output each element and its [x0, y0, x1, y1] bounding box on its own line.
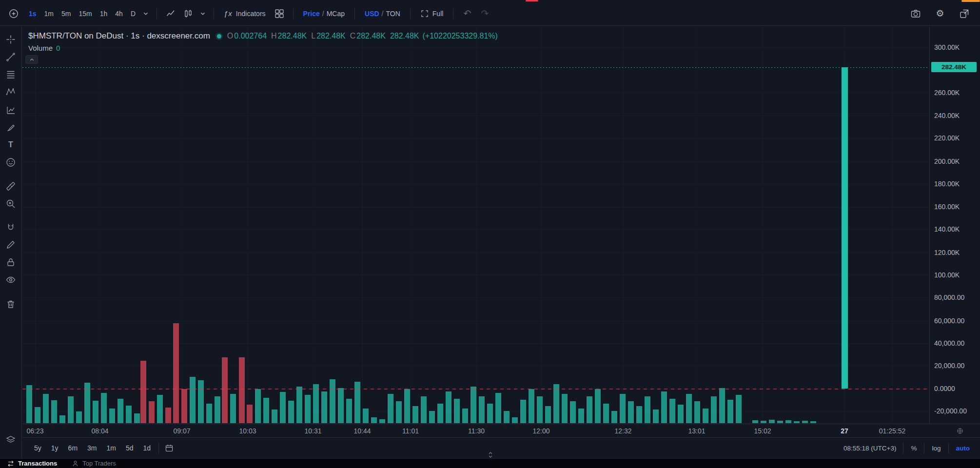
- lock-drawings-button[interactable]: [2, 255, 19, 270]
- time-axis-label: 09:07: [173, 427, 190, 435]
- indicators-button[interactable]: ƒx Indicators: [220, 7, 270, 20]
- volume-bar: [190, 377, 196, 423]
- timeframe-button-15m[interactable]: 15m: [75, 7, 95, 20]
- go-to-date-button[interactable]: [163, 442, 176, 454]
- range-button-1y[interactable]: 1y: [47, 442, 62, 454]
- price-axis-label: 0.0000: [934, 385, 955, 392]
- compare-add-button[interactable]: [6, 6, 21, 21]
- volume-bar: [76, 411, 82, 423]
- log-scale-button[interactable]: log: [928, 443, 944, 454]
- range-button-5y[interactable]: 5y: [30, 442, 45, 454]
- volume-bar: [570, 401, 576, 423]
- magnet-mode-button[interactable]: [2, 220, 19, 235]
- redo-button[interactable]: ↷: [477, 6, 492, 21]
- volume-bar: [68, 396, 74, 423]
- fib-retracement-tool-button[interactable]: [2, 67, 19, 82]
- volume-bar: [43, 394, 49, 423]
- volume-bar: [769, 420, 775, 423]
- ton-toggle-inactive: TON: [386, 10, 400, 18]
- hide-drawings-button[interactable]: [2, 273, 19, 287]
- candles-chart-type-button[interactable]: [180, 6, 196, 21]
- percent-scale-button[interactable]: %: [907, 443, 920, 454]
- high-value: 282.48K: [278, 31, 307, 41]
- volume-bar: [736, 395, 742, 423]
- price-toggle-active: Price: [303, 10, 320, 18]
- xabcd-pattern-tool-button[interactable]: [2, 84, 19, 99]
- volume-bar: [421, 396, 427, 423]
- price-axis-label: 220.00K: [934, 134, 960, 142]
- line-chart-type-button[interactable]: [163, 6, 178, 21]
- tab-top-traders[interactable]: Top Traders: [72, 460, 116, 467]
- calendar-icon: [165, 444, 174, 452]
- volume-bar: [694, 401, 700, 423]
- timezone-globe-icon[interactable]: [957, 428, 963, 434]
- auto-scale-button[interactable]: auto: [953, 443, 974, 454]
- price-axis[interactable]: 300.00K260.00K240.00K220.00K200.00K180.0…: [929, 26, 980, 424]
- pane-resize-handle[interactable]: [486, 451, 495, 458]
- low-label: L: [311, 31, 315, 41]
- undo-button[interactable]: ↶: [459, 6, 475, 21]
- volume-bar: [198, 380, 204, 423]
- text-tool-button[interactable]: T: [2, 137, 19, 152]
- chart-plot-area[interactable]: $HMSTR/TON on DeDust · 1s · dexscreener.…: [22, 26, 929, 424]
- layout-grid-button[interactable]: [272, 6, 287, 21]
- range-button-6m[interactable]: 6m: [64, 442, 81, 454]
- range-button-1d[interactable]: 1d: [139, 442, 155, 454]
- fullscreen-button[interactable]: Full: [416, 7, 448, 20]
- volume-bar: [520, 400, 526, 423]
- volume-bar: [620, 394, 626, 423]
- legend-collapse-button[interactable]: [25, 55, 38, 64]
- price-axis-label: 260.00K: [934, 89, 960, 97]
- range-button-3m[interactable]: 3m: [83, 442, 100, 454]
- usd-ton-toggle[interactable]: USD / TON: [361, 7, 404, 20]
- popout-button[interactable]: [957, 6, 972, 21]
- price-axis-label: 120.00K: [934, 249, 960, 256]
- volume-bar: [173, 323, 179, 423]
- timeframe-menu-button[interactable]: [141, 6, 151, 21]
- zoom-tool-button[interactable]: [2, 196, 19, 211]
- range-button-5d[interactable]: 5d: [122, 442, 137, 454]
- fullscreen-label: Full: [432, 10, 444, 18]
- brush-tool-button[interactable]: [2, 120, 19, 135]
- volume-bar: [470, 387, 476, 423]
- drawing-mode-button[interactable]: [2, 237, 19, 252]
- zero-price-dashed-line: [22, 389, 929, 390]
- emoji-tool-button[interactable]: [2, 155, 19, 170]
- remove-drawings-button[interactable]: [2, 297, 19, 312]
- volume-bar: [388, 394, 393, 423]
- clock-timezone-button[interactable]: 08:55:18 (UTC+3): [841, 443, 899, 454]
- ruler-tool-button[interactable]: [2, 179, 19, 194]
- volume-bar: [215, 396, 220, 423]
- volume-bar: [487, 404, 493, 423]
- chevron-down-icon: [200, 11, 206, 17]
- toolbar-separator: [924, 443, 924, 453]
- timeframe-button-1h[interactable]: 1h: [97, 7, 111, 20]
- timeframe-button-1s[interactable]: 1s: [25, 7, 40, 20]
- ruler-icon: [5, 181, 16, 192]
- screenshot-button[interactable]: [908, 6, 923, 21]
- timeframe-button-5m[interactable]: 5m: [58, 7, 74, 20]
- volume-bar: [703, 409, 708, 423]
- range-switcher: 5y1y6m3m1m5d1d: [30, 442, 155, 454]
- settings-button[interactable]: ⚙: [932, 6, 948, 21]
- tab-transactions[interactable]: Transactions: [7, 460, 57, 468]
- symbol-title[interactable]: $HMSTR/TON on DeDust · 1s · dexscreener.…: [28, 31, 210, 41]
- timeframe-button-D[interactable]: D: [127, 7, 139, 20]
- chart-style-menu-button[interactable]: [198, 6, 208, 21]
- object-tree-button[interactable]: [2, 432, 19, 447]
- chevron-down-icon: [143, 11, 149, 17]
- time-axis[interactable]: 06:2308:0409:0710:0310:3110:4411:0111:30…: [22, 424, 980, 437]
- volume-bar: [429, 411, 435, 423]
- crosshair-tool-button[interactable]: [2, 32, 19, 47]
- timeframe-button-4h[interactable]: 4h: [112, 7, 126, 20]
- volume-bar: [165, 408, 171, 423]
- slash: /: [322, 10, 324, 18]
- lock-icon: [5, 257, 16, 268]
- price-mcap-toggle[interactable]: Price / MCap: [299, 7, 349, 20]
- timeframe-button-1m[interactable]: 1m: [41, 7, 57, 20]
- price-axis-label: 100.00K: [934, 271, 960, 279]
- position-tool-button[interactable]: [2, 103, 19, 117]
- volume-bar: [636, 406, 642, 423]
- range-button-1m[interactable]: 1m: [103, 442, 120, 454]
- trend-line-tool-button[interactable]: [2, 50, 19, 64]
